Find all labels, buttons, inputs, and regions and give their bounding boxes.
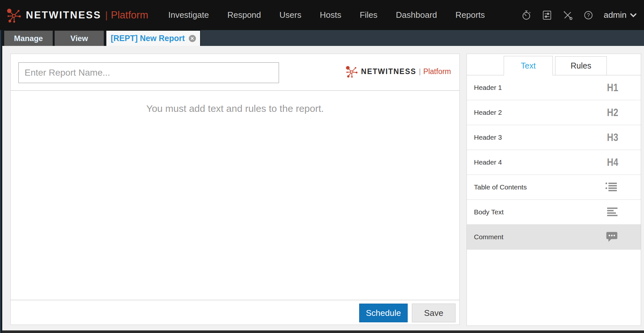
primary-nav: InvestigateRespondUsersHostsFilesDashboa… (168, 10, 485, 20)
text-element-label: Table of Contents (474, 183, 527, 191)
tab-new-report[interactable]: [REPT] New Report ✕ (106, 31, 200, 46)
header-3-icon: H3 (607, 131, 618, 144)
brand-name: NETWITNESS (26, 9, 101, 21)
tab-new-report-label: [REPT] New Report (111, 34, 185, 43)
text-element-label: Body Text (474, 208, 504, 216)
brand-product: Platform (111, 9, 148, 21)
report-header: NETWITNESS | Platform (11, 54, 459, 91)
text-element-body-text[interactable]: Body Text (467, 200, 641, 225)
report-body: You must add text and rules to the repor… (11, 91, 459, 114)
logo-separator: | (419, 67, 421, 76)
svg-text:?: ? (587, 12, 590, 18)
brand-logo[interactable]: NETWITNESS | Platform (0, 7, 148, 23)
logo-name: NETWITNESS (361, 67, 416, 76)
nav-item-investigate[interactable]: Investigate (168, 10, 209, 20)
header-2-icon: H2 (607, 106, 618, 119)
text-element-label: Header 4 (474, 158, 502, 166)
text-element-header-3[interactable]: Header 3H3 (467, 125, 641, 150)
tab-rules[interactable]: Rules (555, 56, 607, 75)
report-name-input[interactable] (18, 62, 279, 83)
tab-manage-label: Manage (14, 34, 43, 43)
logo-product: Platform (423, 67, 451, 76)
timer-icon[interactable] (521, 10, 532, 21)
text-element-label: Header 2 (474, 109, 502, 116)
brand-separator: | (105, 10, 108, 21)
nav-item-respond[interactable]: Respond (227, 10, 261, 20)
comment-icon (606, 231, 618, 242)
text-elements-list: Header 1H1Header 2H2Header 3H3Header 4H4… (467, 75, 641, 250)
tools-icon[interactable] (562, 10, 573, 21)
elements-panel-tabs: Text Rules (467, 54, 641, 75)
text-element-header-2[interactable]: Header 2H2 (467, 100, 641, 125)
text-element-header-1[interactable]: Header 1H1 (467, 75, 641, 100)
tab-view-label: View (70, 34, 88, 43)
nav-item-dashboard[interactable]: Dashboard (396, 10, 437, 20)
text-element-comment[interactable]: Comment (467, 225, 641, 250)
close-tab-icon[interactable]: ✕ (189, 35, 196, 42)
help-icon[interactable]: ? (583, 10, 594, 21)
tab-text[interactable]: Text (504, 56, 553, 75)
empty-report-message: You must add text and rules to the repor… (146, 103, 324, 114)
left-accent-strip (0, 30, 2, 333)
text-element-label: Header 3 (474, 134, 502, 141)
netwitness-molecule-icon (6, 7, 21, 23)
bottom-strip (0, 330, 644, 333)
tab-strip: Manage View [REPT] New Report ✕ (0, 30, 644, 46)
nav-utilities: ? admin (521, 10, 644, 21)
report-watermark-logo: NETWITNESS | Platform (345, 65, 451, 78)
settings-panel-icon[interactable] (542, 10, 553, 21)
save-button[interactable]: Save (412, 304, 456, 322)
tab-view[interactable]: View (55, 31, 104, 46)
nav-item-reports[interactable]: Reports (456, 10, 485, 20)
header-4-icon: H4 (607, 156, 618, 168)
chevron-down-icon (630, 13, 637, 18)
schedule-button[interactable]: Schedule (359, 304, 408, 322)
body-text-icon (606, 207, 618, 217)
text-element-label: Comment (474, 233, 503, 241)
user-name: admin (604, 10, 627, 20)
header-1-icon: H1 (607, 81, 618, 94)
top-nav: NETWITNESS | Platform InvestigateRespond… (0, 0, 644, 30)
report-footer: Schedule Save (11, 300, 459, 325)
nav-item-files[interactable]: Files (360, 10, 378, 20)
user-menu[interactable]: admin (604, 10, 637, 20)
nav-item-hosts[interactable]: Hosts (320, 10, 341, 20)
text-element-label: Header 1 (474, 84, 502, 91)
report-elements-panel: Text Rules Header 1H1Header 2H2Header 3H… (467, 54, 641, 326)
nav-item-users[interactable]: Users (279, 10, 301, 20)
text-element-header-4[interactable]: Header 4H4 (467, 150, 641, 175)
report-editor-panel: NETWITNESS | Platform You must add text … (10, 54, 460, 325)
netwitness-molecule-icon (345, 65, 358, 78)
toc-icon (605, 182, 618, 192)
text-element-table-of-contents[interactable]: Table of Contents (467, 175, 641, 200)
netwitness-app: NETWITNESS | Platform InvestigateRespond… (0, 0, 644, 333)
tab-manage[interactable]: Manage (4, 31, 53, 46)
